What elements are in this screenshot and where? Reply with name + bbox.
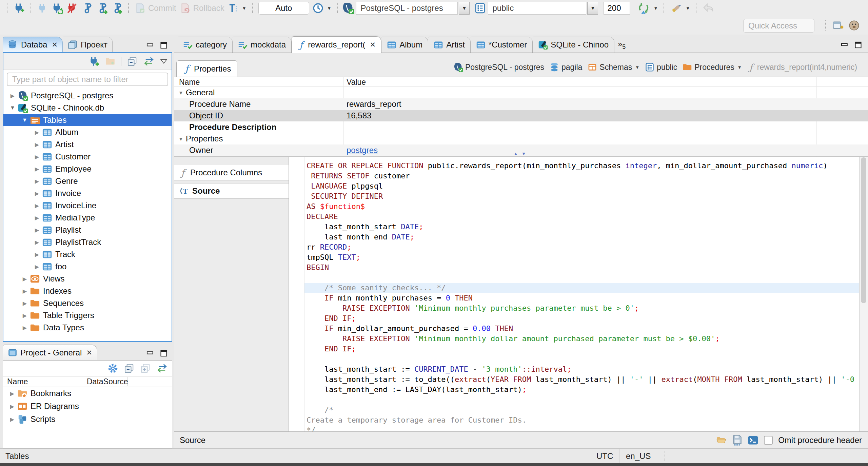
new-connection-button[interactable] [12,1,26,15]
chevron-right-icon[interactable]: ▶ [32,202,42,209]
editor-tab-mockdata[interactable]: mockdata [233,37,292,53]
chevron-down-icon[interactable]: ▼ [178,90,185,96]
minimize-editor-button[interactable] [840,40,850,49]
object-filter-input[interactable]: Type part of object name to filter [7,73,168,86]
new-connection-icon[interactable] [88,56,99,67]
save-icon[interactable] [732,434,742,446]
scrollbar-thumb[interactable] [861,157,866,303]
omit-header-checkbox[interactable] [764,436,773,445]
collapse-all-icon[interactable] [127,56,138,67]
active-connection-combo[interactable]: PostgreSQL - postgres [356,2,458,15]
breadcrumb-item-pagila[interactable]: pagila [548,62,584,72]
chevron-right-icon[interactable]: ▶ [20,276,30,282]
editor-tab-rewards-report[interactable]: ƒrewards_report(✕ [292,36,381,53]
chevron-down-icon[interactable]: ▼ [7,105,18,111]
tab-properties[interactable]: ƒ Properties [176,60,237,77]
undo-button[interactable] [701,1,716,15]
project-item-er-diagrams[interactable]: ▶ER Diagrams [3,400,172,413]
tree-item-table-triggers[interactable]: ▶Table Triggers [3,309,172,322]
minimize-view-button[interactable] [145,41,155,50]
editor-tab-category[interactable]: category [178,37,233,53]
chevron-right-icon[interactable]: ▶ [32,154,42,160]
gear-icon[interactable] [107,363,118,374]
tree-item-track[interactable]: ▶Track [3,248,172,260]
sql-editor-recent-button[interactable] [94,1,109,15]
column-name[interactable]: Name [3,377,84,386]
minimize-view-button[interactable] [145,349,155,357]
collapse-down-icon[interactable]: ▼ [521,151,526,156]
tab-overflow-chevron[interactable]: »5 [614,39,629,53]
chevron-right-icon[interactable]: ▶ [7,403,17,410]
editor-tab-artist[interactable]: Artist [428,37,471,53]
tree-item-data-types[interactable]: ▶Data Types [3,322,172,334]
chevron-right-icon[interactable]: ▶ [20,300,30,307]
maximize-editor-button[interactable] [853,40,863,49]
property-row-properties[interactable]: ▼Properties [174,133,868,144]
sql-source-editor[interactable]: CREATE OR REPLACE FUNCTION public.reward… [304,157,859,431]
tree-item-genre[interactable]: ▶Genre [3,175,172,187]
chevron-right-icon[interactable]: ▶ [32,129,42,136]
status-locale[interactable]: en_US [620,449,657,463]
open-perspective-icon[interactable] [832,20,844,31]
chevron-right-icon[interactable]: ▶ [20,312,30,319]
editor-page-source[interactable]: TSource [174,183,289,199]
breadcrumb-item-public[interactable]: public [644,62,678,72]
schema-dropdown-button[interactable]: ▼ [587,2,598,15]
maximize-view-button[interactable] [159,349,169,357]
vertical-scrollbar[interactable] [859,157,868,431]
tree-item-indexes[interactable]: ▶Indexes [3,285,172,297]
dbeaver-perspective-icon[interactable] [848,20,860,31]
commit-mode-combo[interactable]: Auto [258,2,309,15]
close-icon[interactable]: ✕ [86,349,92,357]
open-file-icon[interactable] [716,435,727,445]
chevron-right-icon[interactable]: ▶ [20,325,30,331]
tree-item-artist[interactable]: ▶Artist [3,138,172,151]
project-item-bookmarks[interactable]: ▶Bookmarks [3,387,172,400]
chevron-right-icon[interactable]: ▶ [7,390,17,397]
sash-collapse-arrows[interactable]: ▲▼ [513,151,526,156]
maximize-view-button[interactable] [159,41,169,50]
tree-item-tables[interactable]: ▼Tables [3,114,172,126]
close-icon[interactable]: ✕ [370,41,376,49]
breadcrumb-item-procedures[interactable]: Procedures▼ [681,62,743,72]
chevron-right-icon[interactable]: ▶ [7,93,18,99]
persist-terminal-icon[interactable] [748,435,758,446]
link-with-editor-icon[interactable] [143,56,155,66]
property-row-procedure-description[interactable]: Procedure Description [174,121,868,133]
chevron-right-icon[interactable]: ▶ [32,264,42,270]
chevron-right-icon[interactable]: ▶ [32,178,42,185]
tree-item-postgresql-postgres[interactable]: ▶PostgreSQL - postgres [3,90,172,102]
close-icon[interactable]: ✕ [52,41,58,49]
reconnect-button[interactable] [50,1,64,15]
tree-item-invoice[interactable]: ▶Invoice [3,187,172,199]
tree-item-foo[interactable]: ▶foo [3,260,172,273]
project-item-scripts[interactable]: ▶Scripts [3,413,172,426]
tree-item-invoiceline[interactable]: ▶InvoiceLine [3,199,172,212]
tab-project-general[interactable]: Project - General ✕ [3,345,97,360]
expand-all-icon[interactable] [140,363,151,374]
chevron-down-icon[interactable]: ▼ [20,117,30,123]
chevron-right-icon[interactable]: ▶ [32,215,42,221]
column-value[interactable]: Value [347,78,366,87]
tree-item-customer[interactable]: ▶Customer [3,151,172,163]
commit-button[interactable]: Commit [133,1,178,15]
view-menu-icon[interactable] [160,59,167,64]
editor-tab-album[interactable]: Album [381,37,428,53]
tree-item-mediatype[interactable]: ▶MediaType [3,212,172,224]
status-timezone[interactable]: UTC [590,449,619,463]
chevron-down-icon[interactable]: ▼ [178,136,185,142]
chevron-right-icon[interactable]: ▶ [32,227,42,233]
chevron-right-icon[interactable]: ▶ [32,251,42,258]
rollback-button[interactable]: Rollback [178,1,226,15]
link-with-editor-icon[interactable] [156,363,168,373]
property-value-link[interactable]: postgres [347,145,378,155]
breadcrumb-item-schemas[interactable]: Schemas▼ [586,62,641,72]
editor-page-procedure-columns[interactable]: ƒProcedure Columns [174,165,289,180]
tab-projects[interactable]: Проект [63,37,113,52]
tree-item-employee[interactable]: ▶Employee [3,163,172,175]
auto-refresh-button[interactable]: ▼ [635,1,659,15]
property-row-procedure-name[interactable]: Procedure Namerewards_report [174,98,868,110]
tree-item-playlist[interactable]: ▶Playlist [3,224,172,236]
tree-item-views[interactable]: ▶Views [3,273,172,285]
chevron-right-icon[interactable]: ▶ [32,166,42,172]
